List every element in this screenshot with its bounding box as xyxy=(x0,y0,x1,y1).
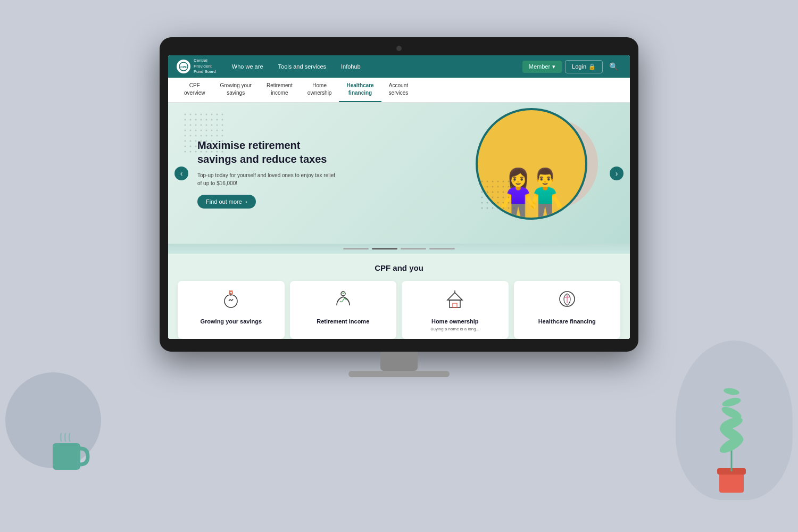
logo-text: Central Provident Fund Board xyxy=(194,58,216,74)
growing-savings-title: Growing your savings xyxy=(184,318,278,325)
monitor-screen: CPF Central Provident Fund Board Who we … xyxy=(168,55,630,339)
retirement-income-icon xyxy=(296,288,390,313)
hero-title: Maximise retirement savings and reduce t… xyxy=(197,138,338,166)
hero-subtitle: Top-up today for yourself and loved ones… xyxy=(197,171,338,187)
monitor-outer: CPF Central Provident Fund Board Who we … xyxy=(160,37,638,352)
healthcare-financing-icon xyxy=(520,288,614,313)
svg-text:CPF: CPF xyxy=(180,65,187,69)
svg-point-8 xyxy=(721,396,742,409)
arrow-right-icon: › xyxy=(245,198,247,205)
cpf-card-healthcare[interactable]: Healthcare financing xyxy=(514,281,621,339)
mug xyxy=(45,431,93,481)
svg-point-16 xyxy=(225,295,237,307)
nav-link-infohub[interactable]: Infohub xyxy=(334,55,368,78)
home-ownership-desc: Buying a home is a long... xyxy=(408,327,502,331)
logo-area[interactable]: CPF Central Provident Fund Board xyxy=(177,58,216,74)
monitor-wrapper: CPF Central Provident Fund Board Who we … xyxy=(160,37,638,377)
sub-nav-item-retirement[interactable]: Retirementincome xyxy=(259,78,300,102)
cpf-section: CPF and you xyxy=(168,254,630,339)
cpf-card-retirement[interactable]: Retirement income xyxy=(290,281,397,339)
hero-section: ‹ Maximise retirement savings and reduce… xyxy=(168,103,630,244)
sub-nav-item-cpf[interactable]: CPFoverview xyxy=(177,78,212,102)
nav-link-who[interactable]: Who we are xyxy=(225,55,271,78)
slider-indicators xyxy=(168,244,630,254)
svg-rect-15 xyxy=(481,180,518,212)
slider-dot-2[interactable] xyxy=(372,248,397,250)
svg-rect-21 xyxy=(450,300,460,307)
nav-link-tools[interactable]: Tools and services xyxy=(271,55,334,78)
home-ownership-icon xyxy=(408,288,502,313)
website: CPF Central Provident Fund Board Who we … xyxy=(168,55,630,339)
slider-dot-3[interactable] xyxy=(401,248,426,250)
cpf-card-growing[interactable]: Growing your savings xyxy=(178,281,285,339)
logo-circle: CPF xyxy=(177,60,190,73)
hero-content: Maximise retirement savings and reduce t… xyxy=(168,128,349,219)
slider-dot-4[interactable] xyxy=(429,248,455,250)
monitor-stand-base xyxy=(348,371,450,377)
cpf-card-home[interactable]: Home ownership Buying a home is a long..… xyxy=(402,281,509,339)
top-nav: CPF Central Provident Fund Board Who we … xyxy=(168,55,630,78)
slider-dot-1[interactable] xyxy=(343,248,369,250)
prev-arrow[interactable]: ‹ xyxy=(174,167,188,180)
home-ownership-title: Home ownership xyxy=(408,318,502,325)
member-button[interactable]: Member ▾ xyxy=(522,61,562,73)
sub-nav: CPFoverview Growing yoursavings Retireme… xyxy=(168,78,630,103)
right-chevron-icon: › xyxy=(616,169,618,178)
next-arrow[interactable]: › xyxy=(610,167,624,180)
dots-pattern-hero xyxy=(481,180,518,214)
svg-rect-22 xyxy=(453,303,457,307)
cpf-section-title: CPF and you xyxy=(178,263,620,272)
plant-right xyxy=(697,381,766,500)
growing-savings-icon xyxy=(184,288,278,313)
sub-nav-item-account[interactable]: Accountservices xyxy=(381,78,416,102)
sub-nav-item-home[interactable]: Homeownership xyxy=(300,78,339,102)
hero-image-area: 👫 xyxy=(476,108,587,220)
svg-rect-0 xyxy=(53,443,80,470)
svg-marker-20 xyxy=(447,293,462,300)
cpf-cards: Growing your savings xyxy=(178,281,620,339)
nav-links: Who we are Tools and services Infohub xyxy=(225,55,522,78)
sub-nav-item-healthcare[interactable]: Healthcarefinancing xyxy=(339,78,381,102)
lock-icon: 🔒 xyxy=(588,63,596,70)
healthcare-financing-title: Healthcare financing xyxy=(520,318,614,325)
left-chevron-icon: ‹ xyxy=(180,169,183,178)
svg-point-9 xyxy=(723,387,740,396)
search-button[interactable]: 🔍 xyxy=(606,62,621,71)
retirement-income-title: Retirement income xyxy=(296,318,390,325)
nav-right: Member ▾ Login 🔒 🔍 xyxy=(522,60,621,73)
login-button[interactable]: Login 🔒 xyxy=(565,60,603,73)
camera-dot xyxy=(396,46,402,51)
monitor-stand-neck xyxy=(380,352,418,371)
monitor-top-bar xyxy=(168,46,630,51)
search-icon: 🔍 xyxy=(609,62,618,71)
find-out-more-button[interactable]: Find out more › xyxy=(197,195,256,209)
sub-nav-item-growing[interactable]: Growing yoursavings xyxy=(212,78,259,102)
chevron-down-icon: ▾ xyxy=(552,63,555,70)
